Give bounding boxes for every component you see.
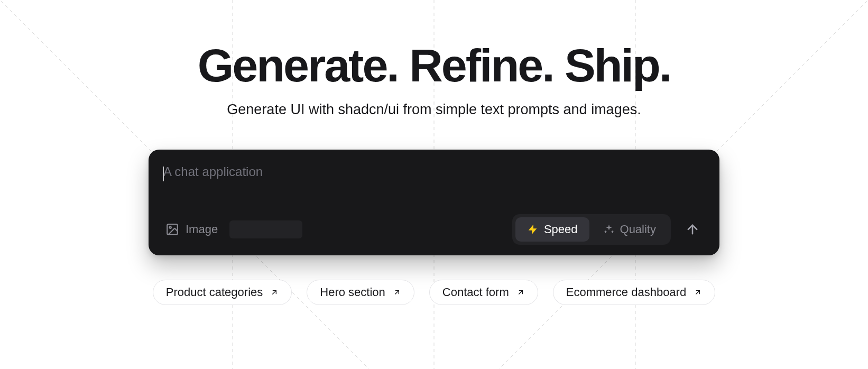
- arrow-up-icon: [685, 222, 700, 237]
- page-subhead: Generate UI with shadcn/ui from simple t…: [227, 102, 641, 118]
- mode-quality-label: Quality: [620, 223, 656, 236]
- mode-speed-label: Speed: [544, 223, 578, 236]
- chip-label: Product categories: [166, 285, 263, 299]
- submit-button[interactable]: [680, 217, 705, 242]
- chip-label: Hero section: [320, 285, 385, 299]
- arrow-up-right-icon: [516, 288, 525, 297]
- attach-image-label: Image: [186, 223, 218, 236]
- attach-image-button[interactable]: Image: [163, 219, 220, 239]
- mode-toggle: Speed Quality: [512, 214, 671, 245]
- suggestion-chips: Product categories Hero section Contact …: [153, 280, 715, 305]
- chip-product-categories[interactable]: Product categories: [153, 280, 292, 305]
- chip-label: Contact form: [442, 285, 509, 299]
- prompt-card: Image Speed Quality: [149, 150, 719, 255]
- mode-speed-button[interactable]: Speed: [515, 217, 589, 242]
- chip-ecommerce-dashboard[interactable]: Ecommerce dashboard: [553, 280, 715, 305]
- chip-hero-section[interactable]: Hero section: [307, 280, 414, 305]
- secondary-control-placeholder[interactable]: [229, 220, 302, 238]
- arrow-up-right-icon: [694, 288, 702, 297]
- arrow-up-right-icon: [270, 288, 279, 297]
- text-caret: [163, 167, 164, 181]
- page-headline: Generate. Refine. Ship.: [198, 41, 670, 90]
- prompt-input[interactable]: [163, 164, 705, 201]
- arrow-up-right-icon: [393, 288, 401, 297]
- sparkles-icon: [603, 224, 615, 235]
- image-icon: [165, 223, 179, 236]
- chip-label: Ecommerce dashboard: [566, 285, 686, 299]
- bolt-icon: [527, 224, 539, 235]
- mode-quality-button[interactable]: Quality: [592, 217, 668, 242]
- svg-point-6: [170, 227, 171, 228]
- chip-contact-form[interactable]: Contact form: [429, 280, 538, 305]
